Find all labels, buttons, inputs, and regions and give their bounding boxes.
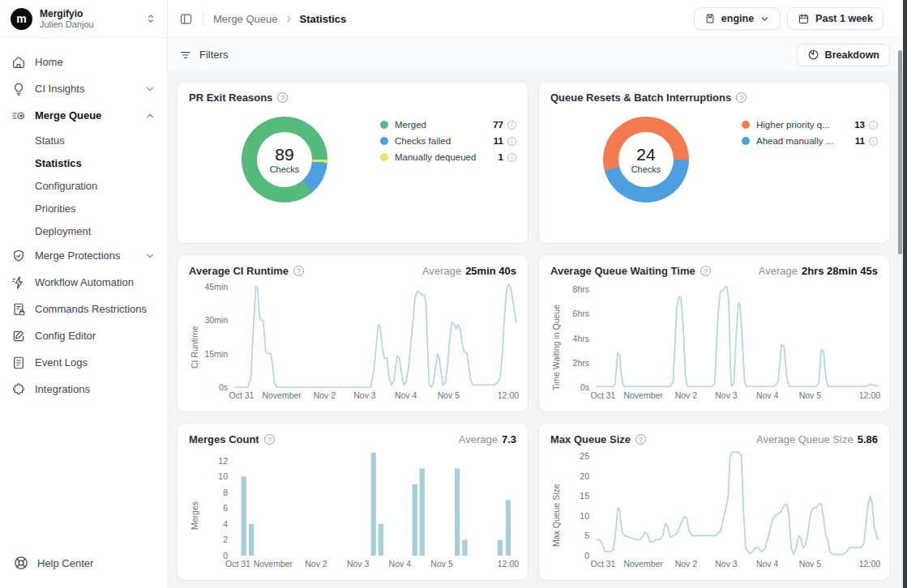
sidebar-subitem-configuration[interactable]: Configuration xyxy=(0,174,167,197)
info-icon[interactable] xyxy=(507,137,516,146)
sidebar-item-help-center[interactable]: Help Center xyxy=(0,538,167,588)
help-icon[interactable] xyxy=(736,92,747,103)
y-tick-label: 0 xyxy=(584,551,589,560)
workflow-icon xyxy=(11,275,26,290)
bar-plot xyxy=(235,450,516,556)
breakdown-button[interactable]: Breakdown xyxy=(797,44,890,66)
help-icon[interactable] xyxy=(277,92,288,103)
x-tick-label: November xyxy=(623,390,662,400)
queue-waiting-line-chart[interactable]: Time Waiting in Queue0s2hrs4hrs6hrs8hrsO… xyxy=(550,282,878,401)
legend-item[interactable]: Ahead manually ...11 xyxy=(742,136,878,146)
chevron-up-icon xyxy=(144,110,156,121)
help-icon[interactable] xyxy=(264,434,275,445)
sidebar-item-home[interactable]: Home xyxy=(0,49,167,75)
sidebar-subitem-statistics[interactable]: Statistics xyxy=(0,151,167,174)
y-axis-title: Merges xyxy=(189,450,199,569)
sidebar-item-label: Workflow Automation xyxy=(35,276,134,288)
help-icon[interactable] xyxy=(635,434,646,445)
card-title: PR Exit Reasons xyxy=(189,92,272,104)
user-name: Julien Danjou xyxy=(40,19,145,30)
date-range-button[interactable]: Past 1 week xyxy=(787,7,883,30)
statistics-grid: PR Exit Reasons 89 Checks Merged77Checks… xyxy=(168,71,907,588)
sidebar-nav: HomeCI InsightsMerge QueueStatusStatisti… xyxy=(0,38,167,538)
card-title: Average Queue Waiting Time xyxy=(550,265,695,277)
sidebar-item-label: Home xyxy=(35,56,63,68)
sidebar-item-ci-insights[interactable]: CI Insights xyxy=(0,75,167,102)
x-tick-label: Nov 4 xyxy=(756,559,778,569)
info-icon[interactable] xyxy=(869,121,878,130)
chevron-down-icon xyxy=(759,14,770,24)
queue-resets-donut-chart[interactable]: 24 Checks xyxy=(603,117,689,202)
legend: Merged77Checks failed11Manually dequeued… xyxy=(380,120,516,202)
help-icon[interactable] xyxy=(293,266,304,276)
toolbar: Filters Breakdown xyxy=(168,38,907,71)
average-label: Average Queue Size xyxy=(756,433,854,445)
x-tick-label: Nov 3 xyxy=(715,559,737,569)
max-queue-size-line-chart[interactable]: Max Queue Size0510152025Oct 31NovemberNo… xyxy=(550,450,878,569)
sidebar-toggle-icon[interactable] xyxy=(179,12,193,26)
x-tick-label: Nov 2 xyxy=(675,390,697,400)
sidebar-item-integrations[interactable]: Integrations xyxy=(0,376,167,403)
sidebar-subitem-deployment[interactable]: Deployment xyxy=(0,219,167,242)
info-icon[interactable] xyxy=(507,153,516,162)
x-tick-label: Nov 3 xyxy=(347,559,369,569)
puzzle-icon xyxy=(11,382,26,397)
x-tick-label: Nov 4 xyxy=(389,559,411,569)
filters-button[interactable]: Filters xyxy=(179,49,228,62)
sidebar-item-commands-restrictions[interactable]: Commands Restrictions xyxy=(0,296,167,322)
help-icon[interactable] xyxy=(700,266,711,276)
y-tick-label: 0s xyxy=(219,382,228,392)
legend-item[interactable]: Checks failed11 xyxy=(380,136,516,146)
sidebar-subitem-status[interactable]: Status xyxy=(0,129,167,151)
pr-exit-reasons-donut-chart[interactable]: 89 Checks xyxy=(242,117,327,202)
scrollbar-thumb[interactable] xyxy=(898,50,902,254)
sidebar-item-workflow-automation[interactable]: Workflow Automation xyxy=(0,269,167,296)
y-axis-title: Time Waiting in Queue xyxy=(550,282,561,401)
y-tick-label: 10 xyxy=(218,471,228,481)
sidebar-subitem-priorities[interactable]: Priorities xyxy=(0,197,167,219)
card-title: Average CI Runtime xyxy=(189,265,289,277)
x-axis-ticks: Oct 31NovemberNov 2Nov 3Nov 4Nov 512:00 xyxy=(597,556,878,569)
ci-runtime-line-chart[interactable]: CI Runtime0s15min30min45minOct 31Novembe… xyxy=(189,282,516,401)
y-tick-label: 4hrs xyxy=(573,334,589,343)
repository-selector-button[interactable]: engine xyxy=(694,7,781,30)
lightbulb-icon xyxy=(11,82,26,96)
mergify-logo: m xyxy=(11,8,32,30)
y-tick-label: 5 xyxy=(584,530,589,540)
org-name: Mergifyio xyxy=(40,8,145,19)
merge-queue-icon xyxy=(11,109,26,123)
top-header: Merge Queue Statistics engine Past 1 wee… xyxy=(168,0,907,38)
doc-lock-icon xyxy=(11,302,26,317)
x-axis-ticks: Oct 31NovemberNov 2Nov 3Nov 4Nov 512:00 xyxy=(597,387,878,401)
sidebar-item-event-logs[interactable]: Event Logs xyxy=(0,349,167,376)
legend-value: 11 xyxy=(494,136,503,146)
chevron-right-icon xyxy=(284,14,294,24)
x-tick-label: Nov 3 xyxy=(715,390,737,400)
legend-value: 77 xyxy=(493,120,503,130)
account-switcher[interactable]: m Mergifyio Julien Danjou xyxy=(0,0,167,38)
card-max-queue-size: Max Queue Size Average Queue Size 5.86 M… xyxy=(538,423,890,581)
legend-item[interactable]: Merged77 xyxy=(380,120,516,130)
info-icon[interactable] xyxy=(507,121,516,130)
filter-icon xyxy=(179,49,192,62)
x-tick-label: Nov 2 xyxy=(675,559,697,569)
legend-item[interactable]: Higher priority q...13 xyxy=(742,120,878,130)
x-tick-label: November xyxy=(262,390,301,400)
donut-total-value: 24 xyxy=(636,146,655,164)
average-value: 2hrs 28min 45s xyxy=(802,265,878,277)
help-center-label: Help Center xyxy=(37,557,93,569)
filters-label: Filters xyxy=(199,49,228,61)
breadcrumb-section[interactable]: Merge Queue xyxy=(213,13,278,25)
legend-item[interactable]: Manually dequeued1 xyxy=(380,152,516,162)
sidebar-subitem-label: Status xyxy=(35,134,65,147)
sidebar-item-merge-queue[interactable]: Merge Queue xyxy=(0,102,167,129)
card-average-ci-runtime: Average CI Runtime Average 25min 40s CI … xyxy=(177,254,528,412)
sidebar-item-merge-protections[interactable]: Merge Protections xyxy=(0,242,167,269)
account-selector-icon[interactable] xyxy=(145,13,156,24)
info-icon[interactable] xyxy=(869,137,878,146)
sidebar-item-config-editor[interactable]: Config Editor xyxy=(0,322,167,349)
merges-count-bar-chart[interactable]: Merges024681012Oct 31NovemberNov 2Nov 3N… xyxy=(189,450,516,569)
y-tick-label: 2 xyxy=(223,535,228,544)
y-tick-label: 15 xyxy=(580,491,589,501)
screen-edge xyxy=(903,0,907,588)
